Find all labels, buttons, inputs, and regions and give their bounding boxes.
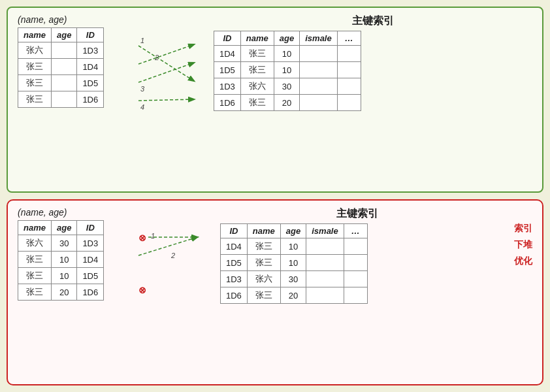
table-row: 张三 10 1D4 [18, 252, 104, 268]
main-container: (name, age) name age ID 张六 1D3 张三 1D4 [0, 0, 550, 392]
top-main-panel: 主键索引 ID name age ismale … 1D4 张三 10 [214, 14, 532, 111]
svg-text:3: 3 [140, 85, 145, 93]
table-row: 1D6 张三 20 [221, 287, 368, 304]
top-main-title: 主键索引 [214, 14, 532, 28]
svg-text:4: 4 [140, 103, 144, 111]
table-row: 张三 1D6 [18, 91, 104, 108]
svg-line-6 [138, 99, 194, 101]
table-row: 1D4 张三 10 [221, 238, 368, 255]
svg-line-4 [138, 63, 194, 82]
svg-text:2: 2 [154, 54, 159, 61]
top-main-table: ID name age ismale … 1D4 张三 10 1D5 张三 10 [214, 31, 361, 111]
svg-line-11 [138, 237, 197, 255]
col-id: ID [77, 28, 104, 42]
table-row: 张三 1D5 [18, 75, 104, 91]
top-arrows-svg: 1 2 3 4 [135, 33, 201, 111]
top-section: (name, age) name age ID 张六 1D3 张三 1D4 [7, 7, 543, 193]
table-row: 1D5 张三 10 [221, 255, 368, 271]
bottom-index-panel: (name, age) name age ID 张六 30 1D3 张三 10 … [18, 207, 122, 301]
bottom-arrow-area: ⊗ 1 2 ⊗ [135, 207, 207, 310]
col-name: name [18, 28, 52, 42]
table-row: 1D5 张三 10 [214, 62, 361, 78]
bottom-main-table: ID name age ismale … 1D4 张三 10 1D5 张三 10 [220, 223, 368, 304]
table-row: 张三 20 1D6 [18, 284, 104, 301]
top-index-title: (name, age) [18, 14, 67, 25]
top-index-panel: (name, age) name age ID 张六 1D3 张三 1D4 [18, 14, 122, 108]
svg-text:1: 1 [151, 232, 155, 240]
svg-text:1: 1 [140, 37, 144, 44]
top-index-table: name age ID 张六 1D3 张三 1D4 张三 1D5 [18, 27, 104, 108]
table-row: 1D4 张三 10 [214, 46, 361, 62]
table-row: 张三 10 1D5 [18, 268, 104, 284]
table-row: 张六 30 1D3 [18, 235, 104, 252]
svg-text:⊗: ⊗ [138, 285, 146, 295]
bottom-section: (name, age) name age ID 张六 30 1D3 张三 10 … [7, 199, 543, 385]
table-row: 张三 1D4 [18, 59, 104, 75]
table-row: 1D3 张六 30 [214, 78, 361, 95]
bottom-main-title: 主键索引 [220, 207, 494, 221]
bottom-main-panel: 主键索引 ID name age ismale … 1D4 张三 10 [220, 207, 494, 304]
bottom-arrows-svg: ⊗ 1 2 ⊗ [135, 225, 207, 310]
table-row: 张六 1D3 [18, 42, 104, 59]
svg-text:⊗: ⊗ [138, 233, 146, 243]
svg-text:2: 2 [170, 252, 175, 259]
right-label-area: 索引 下堆 优化 [508, 207, 532, 270]
table-row: 1D3 张六 30 [221, 271, 368, 287]
bottom-index-table: name age ID 张六 30 1D3 张三 10 1D4 张三 10 [18, 220, 104, 301]
right-label: 索引 下堆 优化 [514, 220, 532, 270]
svg-line-2 [138, 44, 194, 64]
table-row: 1D6 张三 20 [214, 95, 361, 111]
svg-line-0 [138, 46, 194, 81]
bottom-index-title: (name, age) [18, 207, 67, 218]
top-arrow-area: 1 2 3 4 [135, 14, 201, 111]
col-age: age [51, 28, 76, 42]
